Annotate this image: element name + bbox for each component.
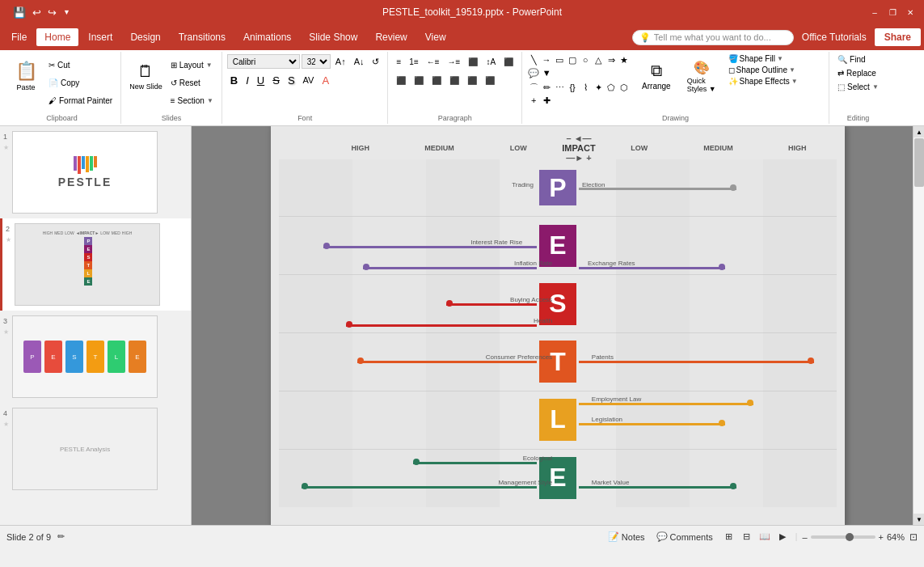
shape-cross[interactable]: ✚ bbox=[540, 94, 553, 107]
find-button[interactable]: 🔍 Find bbox=[834, 53, 882, 66]
restore-button[interactable]: ❐ bbox=[885, 5, 900, 19]
section-button[interactable]: ≡ Section ▼ bbox=[167, 93, 217, 109]
vertical-scrollbar[interactable]: ▲ ▼ bbox=[913, 126, 924, 525]
shape-connector[interactable]: ⋯ bbox=[553, 81, 566, 94]
scroll-up-button[interactable]: ▲ bbox=[913, 126, 924, 138]
undo-icon[interactable]: ↩ bbox=[31, 5, 43, 20]
font-family-select[interactable]: Calibri bbox=[227, 54, 300, 69]
slide-sorter-button[interactable]: ⊟ bbox=[739, 530, 755, 544]
increase-indent-button[interactable]: →≡ bbox=[445, 53, 464, 70]
align-right-button[interactable]: ⬛ bbox=[428, 72, 445, 88]
font-size-select[interactable]: 32 bbox=[302, 54, 331, 69]
shape-hexagon[interactable]: ⬡ bbox=[618, 81, 631, 94]
shape-brace[interactable]: ⌇ bbox=[579, 81, 592, 94]
slideshow-button[interactable]: ▶ bbox=[774, 530, 791, 544]
bullets-button[interactable]: ≡ bbox=[393, 53, 404, 70]
shape-round-rect[interactable]: ▢ bbox=[566, 53, 579, 66]
comments-button[interactable]: 💬 Comments bbox=[653, 530, 716, 544]
slide-thumb-1[interactable]: 1 ★ PESTLE bbox=[0, 126, 191, 218]
text-direction-button[interactable]: ↕A bbox=[483, 53, 499, 70]
numbering-button[interactable]: 1≡ bbox=[406, 53, 421, 70]
scroll-track[interactable] bbox=[913, 138, 924, 514]
minimize-button[interactable]: – bbox=[867, 5, 882, 19]
select-button[interactable]: ⬚ Select ▼ bbox=[834, 81, 882, 93]
menu-animations[interactable]: Animations bbox=[235, 28, 299, 46]
tell-me-bar[interactable]: 💡 Tell me what you want to do... bbox=[632, 30, 794, 45]
menu-home[interactable]: Home bbox=[36, 28, 78, 46]
arrange-button[interactable]: ⧉ Arrange bbox=[635, 53, 677, 99]
menu-insert[interactable]: Insert bbox=[80, 28, 120, 46]
notes-button[interactable]: 📝 Notes bbox=[605, 530, 648, 544]
shape-line[interactable]: ╲ bbox=[527, 53, 540, 66]
copy-button[interactable]: 📄 Copy bbox=[45, 75, 116, 91]
font-color-button[interactable]: A bbox=[319, 72, 332, 88]
shape-rtarrow[interactable]: ⇒ bbox=[605, 53, 618, 66]
shape-custom[interactable]: ✦ bbox=[592, 81, 605, 94]
normal-view-button[interactable]: ⊞ bbox=[721, 530, 737, 544]
cut-button[interactable]: ✂ Cut bbox=[45, 57, 116, 74]
zoom-out-button[interactable]: – bbox=[802, 532, 807, 542]
shape-outline-button[interactable]: ◻ Shape Outline ▼ bbox=[726, 65, 800, 75]
redo-icon[interactable]: ↪ bbox=[46, 5, 58, 20]
align-center-button[interactable]: ⬛ bbox=[411, 72, 427, 88]
slide-thumb-2[interactable]: 2 ★ HIGHMEDLOW◄IMPACT►LOWMEDHIGH P E S T… bbox=[0, 218, 191, 311]
share-button[interactable]: Share bbox=[875, 28, 921, 46]
save-icon[interactable]: 💾 bbox=[11, 5, 27, 20]
decrease-indent-button[interactable]: ←≡ bbox=[424, 53, 443, 70]
clear-format-button[interactable]: ↺ bbox=[369, 53, 382, 70]
align-left-button[interactable]: ⬛ bbox=[393, 72, 409, 88]
shape-bracket[interactable]: {} bbox=[566, 81, 579, 94]
reset-button[interactable]: ↺ Reset bbox=[167, 75, 217, 91]
fit-button[interactable]: ⊡ bbox=[909, 531, 918, 543]
line-spacing-button[interactable]: ⬛ bbox=[482, 72, 498, 88]
shape-fill-button[interactable]: 🪣 Shape Fill ▼ bbox=[726, 53, 800, 64]
menu-transitions[interactable]: Transitions bbox=[171, 28, 234, 46]
menu-design[interactable]: Design bbox=[122, 28, 168, 46]
layout-button[interactable]: ⊞ Layout ▼ bbox=[167, 57, 217, 74]
shape-arrow[interactable]: → bbox=[540, 53, 553, 66]
char-spacing-button[interactable]: AV bbox=[300, 72, 318, 88]
shape-plus[interactable]: + bbox=[527, 94, 540, 107]
menu-view[interactable]: View bbox=[417, 28, 454, 46]
italic-button[interactable]: I bbox=[243, 72, 252, 88]
shape-callout[interactable]: 💬 bbox=[527, 66, 540, 79]
scroll-down-button[interactable]: ▼ bbox=[913, 514, 924, 525]
shape-more[interactable]: ▼ bbox=[540, 66, 553, 79]
replace-button[interactable]: ⇄ Replace bbox=[834, 67, 882, 79]
menu-review[interactable]: Review bbox=[367, 28, 415, 46]
zoom-slider[interactable] bbox=[811, 535, 875, 539]
decrease-font-button[interactable]: A↓ bbox=[351, 53, 368, 70]
quick-styles-button[interactable]: 🎨 QuickStyles ▼ bbox=[681, 53, 723, 99]
shape-curve[interactable]: ⌒ bbox=[527, 81, 540, 94]
justify-button[interactable]: ⬛ bbox=[446, 72, 462, 88]
shape-pentagon[interactable]: ⬠ bbox=[605, 81, 618, 94]
shape-free[interactable]: ✏ bbox=[540, 81, 553, 94]
underline-button[interactable]: U bbox=[254, 72, 268, 88]
zoom-in-button[interactable]: + bbox=[879, 532, 884, 542]
shape-rect[interactable]: ▭ bbox=[553, 53, 566, 66]
align-text-button[interactable]: ⬛ bbox=[500, 53, 517, 70]
reading-view-button[interactable]: 📖 bbox=[757, 530, 773, 544]
menu-slideshow[interactable]: Slide Show bbox=[301, 28, 365, 46]
columns-button[interactable]: ⬛ bbox=[464, 72, 480, 88]
slide-thumb-3[interactable]: 3 ★ P E S T L E bbox=[0, 311, 191, 403]
shadow-button[interactable]: S bbox=[285, 72, 298, 88]
shape-oval[interactable]: ○ bbox=[579, 53, 592, 66]
new-slide-button[interactable]: 🗒 New Slide bbox=[126, 53, 166, 99]
format-painter-button[interactable]: 🖌 Format Painter bbox=[45, 93, 116, 109]
shape-triangle[interactable]: △ bbox=[592, 53, 605, 66]
bold-button[interactable]: B bbox=[227, 72, 241, 88]
shape-effects-button[interactable]: ✨ Shape Effects ▼ bbox=[726, 76, 800, 87]
close-button[interactable]: ✕ bbox=[903, 5, 918, 19]
paste-button[interactable]: 📋 Paste bbox=[8, 53, 44, 99]
smart-art-button[interactable]: ⬛ bbox=[465, 53, 481, 70]
increase-font-button[interactable]: A↑ bbox=[332, 53, 349, 70]
shape-star[interactable]: ★ bbox=[618, 53, 631, 66]
strikethrough-button[interactable]: S bbox=[269, 72, 283, 88]
menu-file[interactable]: File bbox=[3, 28, 35, 46]
customize-qat-icon[interactable]: ▼ bbox=[61, 6, 72, 18]
scroll-thumb[interactable] bbox=[914, 138, 924, 187]
office-tutorials-link[interactable]: Office Tutorials bbox=[795, 28, 873, 46]
slide-thumb-4[interactable]: 4 ★ PESTLE Analysis bbox=[0, 403, 191, 495]
canvas-area[interactable]: HIGH MEDIUM LOW – ◄— IMPACT —► + LOW MED… bbox=[192, 126, 924, 525]
